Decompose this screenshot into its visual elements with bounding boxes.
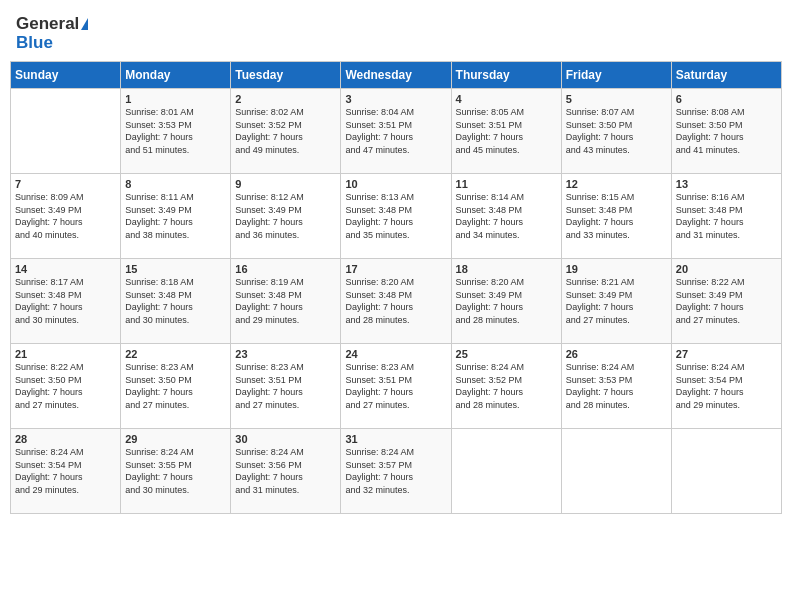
- calendar-cell: 4Sunrise: 8:05 AMSunset: 3:51 PMDaylight…: [451, 89, 561, 174]
- day-info: Sunrise: 8:24 AMSunset: 3:54 PMDaylight:…: [676, 361, 777, 411]
- day-info: Sunrise: 8:08 AMSunset: 3:50 PMDaylight:…: [676, 106, 777, 156]
- calendar-cell: 31Sunrise: 8:24 AMSunset: 3:57 PMDayligh…: [341, 429, 451, 514]
- calendar-cell: 30Sunrise: 8:24 AMSunset: 3:56 PMDayligh…: [231, 429, 341, 514]
- day-number: 6: [676, 93, 777, 105]
- calendar-cell: 8Sunrise: 8:11 AMSunset: 3:49 PMDaylight…: [121, 174, 231, 259]
- day-number: 4: [456, 93, 557, 105]
- calendar-cell: 11Sunrise: 8:14 AMSunset: 3:48 PMDayligh…: [451, 174, 561, 259]
- day-info: Sunrise: 8:15 AMSunset: 3:48 PMDaylight:…: [566, 191, 667, 241]
- day-info: Sunrise: 8:17 AMSunset: 3:48 PMDaylight:…: [15, 276, 116, 326]
- calendar-header-saturday: Saturday: [671, 62, 781, 89]
- day-info: Sunrise: 8:16 AMSunset: 3:48 PMDaylight:…: [676, 191, 777, 241]
- day-info: Sunrise: 8:01 AMSunset: 3:53 PMDaylight:…: [125, 106, 226, 156]
- calendar-cell: 1Sunrise: 8:01 AMSunset: 3:53 PMDaylight…: [121, 89, 231, 174]
- day-info: Sunrise: 8:04 AMSunset: 3:51 PMDaylight:…: [345, 106, 446, 156]
- day-number: 19: [566, 263, 667, 275]
- calendar-cell: 17Sunrise: 8:20 AMSunset: 3:48 PMDayligh…: [341, 259, 451, 344]
- calendar-cell: 20Sunrise: 8:22 AMSunset: 3:49 PMDayligh…: [671, 259, 781, 344]
- day-number: 28: [15, 433, 116, 445]
- calendar-header-wednesday: Wednesday: [341, 62, 451, 89]
- calendar-cell: 29Sunrise: 8:24 AMSunset: 3:55 PMDayligh…: [121, 429, 231, 514]
- day-info: Sunrise: 8:24 AMSunset: 3:53 PMDaylight:…: [566, 361, 667, 411]
- day-number: 21: [15, 348, 116, 360]
- day-info: Sunrise: 8:18 AMSunset: 3:48 PMDaylight:…: [125, 276, 226, 326]
- day-number: 25: [456, 348, 557, 360]
- calendar-cell: 12Sunrise: 8:15 AMSunset: 3:48 PMDayligh…: [561, 174, 671, 259]
- logo-blue-text: Blue: [16, 34, 53, 51]
- day-number: 18: [456, 263, 557, 275]
- day-number: 20: [676, 263, 777, 275]
- day-info: Sunrise: 8:24 AMSunset: 3:52 PMDaylight:…: [456, 361, 557, 411]
- day-info: Sunrise: 8:23 AMSunset: 3:51 PMDaylight:…: [235, 361, 336, 411]
- calendar-week-row: 21Sunrise: 8:22 AMSunset: 3:50 PMDayligh…: [11, 344, 782, 429]
- calendar-cell: 2Sunrise: 8:02 AMSunset: 3:52 PMDaylight…: [231, 89, 341, 174]
- day-info: Sunrise: 8:12 AMSunset: 3:49 PMDaylight:…: [235, 191, 336, 241]
- calendar-cell: 10Sunrise: 8:13 AMSunset: 3:48 PMDayligh…: [341, 174, 451, 259]
- day-info: Sunrise: 8:22 AMSunset: 3:50 PMDaylight:…: [15, 361, 116, 411]
- day-number: 15: [125, 263, 226, 275]
- day-number: 22: [125, 348, 226, 360]
- calendar-header-monday: Monday: [121, 62, 231, 89]
- calendar-header-row: SundayMondayTuesdayWednesdayThursdayFrid…: [11, 62, 782, 89]
- day-number: 13: [676, 178, 777, 190]
- logo-triangle-icon: [81, 18, 88, 30]
- day-number: 8: [125, 178, 226, 190]
- day-number: 1: [125, 93, 226, 105]
- day-info: Sunrise: 8:22 AMSunset: 3:49 PMDaylight:…: [676, 276, 777, 326]
- day-info: Sunrise: 8:23 AMSunset: 3:50 PMDaylight:…: [125, 361, 226, 411]
- day-info: Sunrise: 8:21 AMSunset: 3:49 PMDaylight:…: [566, 276, 667, 326]
- calendar-week-row: 28Sunrise: 8:24 AMSunset: 3:54 PMDayligh…: [11, 429, 782, 514]
- calendar-cell: 18Sunrise: 8:20 AMSunset: 3:49 PMDayligh…: [451, 259, 561, 344]
- day-info: Sunrise: 8:13 AMSunset: 3:48 PMDaylight:…: [345, 191, 446, 241]
- calendar-cell: 27Sunrise: 8:24 AMSunset: 3:54 PMDayligh…: [671, 344, 781, 429]
- day-number: 29: [125, 433, 226, 445]
- day-info: Sunrise: 8:20 AMSunset: 3:48 PMDaylight:…: [345, 276, 446, 326]
- day-info: Sunrise: 8:24 AMSunset: 3:55 PMDaylight:…: [125, 446, 226, 496]
- day-number: 27: [676, 348, 777, 360]
- logo-general-text: General: [16, 14, 79, 34]
- calendar-header-friday: Friday: [561, 62, 671, 89]
- day-number: 23: [235, 348, 336, 360]
- day-number: 16: [235, 263, 336, 275]
- day-info: Sunrise: 8:07 AMSunset: 3:50 PMDaylight:…: [566, 106, 667, 156]
- day-info: Sunrise: 8:19 AMSunset: 3:48 PMDaylight:…: [235, 276, 336, 326]
- calendar-cell: 3Sunrise: 8:04 AMSunset: 3:51 PMDaylight…: [341, 89, 451, 174]
- day-number: 14: [15, 263, 116, 275]
- day-info: Sunrise: 8:11 AMSunset: 3:49 PMDaylight:…: [125, 191, 226, 241]
- calendar-cell: [11, 89, 121, 174]
- day-number: 12: [566, 178, 667, 190]
- day-number: 26: [566, 348, 667, 360]
- day-info: Sunrise: 8:23 AMSunset: 3:51 PMDaylight:…: [345, 361, 446, 411]
- calendar-cell: 21Sunrise: 8:22 AMSunset: 3:50 PMDayligh…: [11, 344, 121, 429]
- calendar-cell: 28Sunrise: 8:24 AMSunset: 3:54 PMDayligh…: [11, 429, 121, 514]
- day-info: Sunrise: 8:02 AMSunset: 3:52 PMDaylight:…: [235, 106, 336, 156]
- calendar-cell: 19Sunrise: 8:21 AMSunset: 3:49 PMDayligh…: [561, 259, 671, 344]
- calendar-cell: 7Sunrise: 8:09 AMSunset: 3:49 PMDaylight…: [11, 174, 121, 259]
- day-info: Sunrise: 8:24 AMSunset: 3:54 PMDaylight:…: [15, 446, 116, 496]
- calendar-cell: 26Sunrise: 8:24 AMSunset: 3:53 PMDayligh…: [561, 344, 671, 429]
- day-number: 30: [235, 433, 336, 445]
- day-number: 5: [566, 93, 667, 105]
- calendar-cell: [671, 429, 781, 514]
- calendar-cell: 15Sunrise: 8:18 AMSunset: 3:48 PMDayligh…: [121, 259, 231, 344]
- calendar-cell: 5Sunrise: 8:07 AMSunset: 3:50 PMDaylight…: [561, 89, 671, 174]
- day-number: 9: [235, 178, 336, 190]
- calendar-cell: 16Sunrise: 8:19 AMSunset: 3:48 PMDayligh…: [231, 259, 341, 344]
- page-header: General Blue: [10, 10, 782, 55]
- calendar-cell: 25Sunrise: 8:24 AMSunset: 3:52 PMDayligh…: [451, 344, 561, 429]
- calendar-table: SundayMondayTuesdayWednesdayThursdayFrid…: [10, 61, 782, 514]
- day-info: Sunrise: 8:24 AMSunset: 3:57 PMDaylight:…: [345, 446, 446, 496]
- calendar-cell: 13Sunrise: 8:16 AMSunset: 3:48 PMDayligh…: [671, 174, 781, 259]
- day-number: 31: [345, 433, 446, 445]
- calendar-cell: 14Sunrise: 8:17 AMSunset: 3:48 PMDayligh…: [11, 259, 121, 344]
- day-number: 7: [15, 178, 116, 190]
- calendar-cell: 9Sunrise: 8:12 AMSunset: 3:49 PMDaylight…: [231, 174, 341, 259]
- day-info: Sunrise: 8:05 AMSunset: 3:51 PMDaylight:…: [456, 106, 557, 156]
- calendar-cell: 6Sunrise: 8:08 AMSunset: 3:50 PMDaylight…: [671, 89, 781, 174]
- day-number: 10: [345, 178, 446, 190]
- calendar-cell: [561, 429, 671, 514]
- calendar-week-row: 1Sunrise: 8:01 AMSunset: 3:53 PMDaylight…: [11, 89, 782, 174]
- logo: General Blue: [16, 14, 88, 51]
- calendar-header-thursday: Thursday: [451, 62, 561, 89]
- calendar-cell: 24Sunrise: 8:23 AMSunset: 3:51 PMDayligh…: [341, 344, 451, 429]
